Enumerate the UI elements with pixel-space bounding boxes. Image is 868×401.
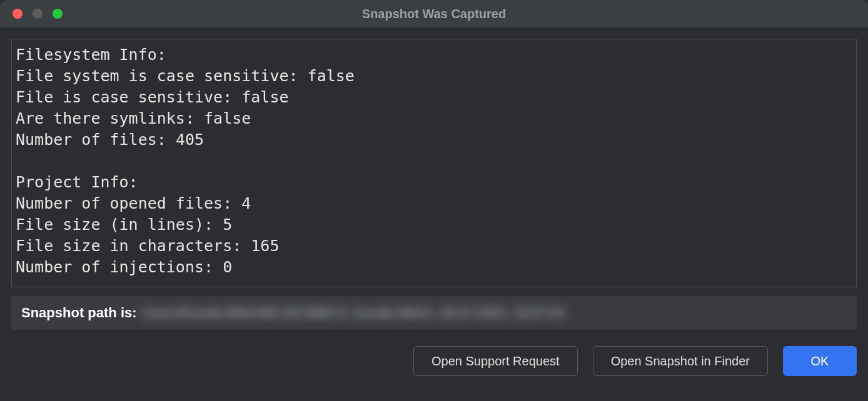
snapshot-path-value-redacted: Users/Kerala.Witch58-232.8983 6_Kerala.W… <box>142 305 847 321</box>
open-support-request-button[interactable]: Open Support Request <box>413 346 578 376</box>
ok-button[interactable]: OK <box>783 346 857 376</box>
window-title: Snapshot Was Captured <box>0 7 868 21</box>
minimize-icon[interactable] <box>33 9 43 19</box>
close-icon[interactable] <box>13 9 23 19</box>
snapshot-path-label: Snapshot path is: <box>21 305 137 321</box>
dialog-content: Filesystem Info: File system is case sen… <box>0 27 868 401</box>
maximize-icon[interactable] <box>53 9 63 19</box>
titlebar: Snapshot Was Captured <box>0 0 868 27</box>
traffic-lights <box>13 9 63 19</box>
open-snapshot-in-finder-button[interactable]: Open Snapshot in Finder <box>593 346 768 376</box>
info-box: Filesystem Info: File system is case sen… <box>11 39 857 287</box>
info-text: Filesystem Info: File system is case sen… <box>16 44 852 278</box>
button-row: Open Support Request Open Snapshot in Fi… <box>11 346 857 376</box>
snapshot-path-bar: Snapshot path is: Users/Kerala.Witch58-2… <box>11 296 857 330</box>
